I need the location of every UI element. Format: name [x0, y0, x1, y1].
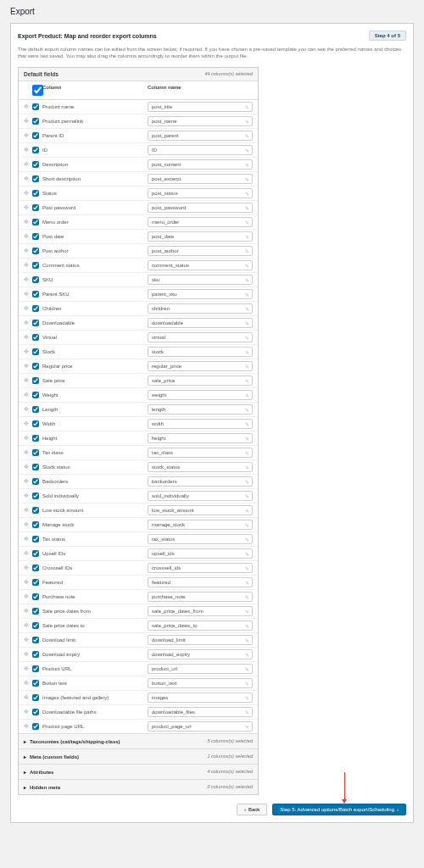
column-name-input[interactable]: [148, 303, 253, 314]
row-checkbox[interactable]: [32, 593, 39, 600]
drag-handle-icon[interactable]: ✥: [24, 392, 32, 398]
row-checkbox[interactable]: [32, 464, 39, 470]
row-checkbox[interactable]: [32, 507, 39, 514]
column-name-input[interactable]: [148, 102, 253, 112]
drag-handle-icon[interactable]: ✥: [24, 665, 32, 671]
column-name-input[interactable]: [148, 577, 253, 587]
row-checkbox[interactable]: [32, 377, 39, 384]
row-checkbox[interactable]: [32, 262, 39, 269]
drag-handle-icon[interactable]: ✥: [24, 565, 32, 570]
drag-handle-icon[interactable]: ✥: [24, 219, 32, 225]
row-checkbox[interactable]: [32, 320, 39, 326]
drag-handle-icon[interactable]: ✥: [24, 622, 32, 628]
row-checkbox[interactable]: [32, 147, 39, 153]
column-name-input[interactable]: [148, 332, 253, 342]
column-name-input[interactable]: [148, 635, 253, 645]
column-name-input[interactable]: [148, 275, 253, 285]
row-checkbox[interactable]: [32, 521, 39, 528]
row-checkbox[interactable]: [32, 233, 39, 240]
row-checkbox[interactable]: [32, 637, 39, 643]
column-name-input[interactable]: [148, 491, 253, 501]
row-checkbox[interactable]: [32, 622, 39, 629]
drag-handle-icon[interactable]: ✥: [24, 694, 32, 700]
drag-handle-icon[interactable]: ✥: [24, 204, 32, 210]
drag-handle-icon[interactable]: ✥: [24, 464, 32, 470]
row-checkbox[interactable]: [32, 406, 39, 413]
column-name-input[interactable]: [148, 404, 253, 415]
drag-handle-icon[interactable]: ✥: [24, 190, 32, 196]
column-name-input[interactable]: [148, 649, 253, 659]
row-checkbox[interactable]: [32, 118, 39, 125]
drag-handle-icon[interactable]: ✥: [24, 262, 32, 268]
row-checkbox[interactable]: [32, 248, 39, 254]
drag-handle-icon[interactable]: ✥: [24, 723, 32, 729]
column-name-input[interactable]: [148, 145, 253, 155]
column-name-input[interactable]: [148, 620, 253, 631]
drag-handle-icon[interactable]: ✥: [24, 550, 32, 556]
row-checkbox[interactable]: [32, 723, 39, 730]
column-name-input[interactable]: [148, 433, 253, 443]
row-checkbox[interactable]: [32, 492, 39, 499]
drag-handle-icon[interactable]: ✥: [24, 507, 32, 513]
drag-handle-icon[interactable]: ✥: [24, 132, 32, 138]
drag-handle-icon[interactable]: ✥: [24, 435, 32, 441]
row-checkbox[interactable]: [32, 680, 39, 687]
column-name-input[interactable]: [148, 520, 253, 530]
row-checkbox[interactable]: [32, 478, 39, 485]
drag-handle-icon[interactable]: ✥: [24, 478, 32, 484]
drag-handle-icon[interactable]: ✥: [24, 118, 32, 124]
column-name-input[interactable]: [148, 116, 253, 126]
column-name-input[interactable]: [148, 563, 253, 573]
column-name-input[interactable]: [148, 419, 253, 429]
row-checkbox[interactable]: [32, 305, 39, 312]
row-checkbox[interactable]: [32, 565, 39, 571]
collapsed-section[interactable]: ▸Attributes4 columns(s) selected: [19, 764, 258, 779]
drag-handle-icon[interactable]: ✥: [24, 536, 32, 542]
column-name-input[interactable]: [148, 448, 253, 458]
drag-handle-icon[interactable]: ✥: [24, 363, 32, 369]
drag-handle-icon[interactable]: ✥: [24, 406, 32, 412]
drag-handle-icon[interactable]: ✥: [24, 709, 32, 715]
row-checkbox[interactable]: [32, 579, 39, 586]
back-button[interactable]: ‹Back: [237, 804, 267, 815]
column-name-input[interactable]: [148, 693, 253, 703]
row-checkbox[interactable]: [32, 348, 39, 355]
drag-handle-icon[interactable]: ✥: [24, 521, 32, 527]
row-checkbox[interactable]: [32, 709, 39, 715]
drag-handle-icon[interactable]: ✥: [24, 579, 32, 585]
column-name-input[interactable]: [148, 592, 253, 602]
column-name-input[interactable]: [148, 246, 253, 256]
row-checkbox[interactable]: [32, 608, 39, 615]
drag-handle-icon[interactable]: ✥: [24, 637, 32, 643]
column-name-input[interactable]: [148, 347, 253, 357]
row-checkbox[interactable]: [32, 449, 39, 456]
drag-handle-icon[interactable]: ✥: [24, 680, 32, 686]
row-checkbox[interactable]: [32, 334, 39, 341]
drag-handle-icon[interactable]: ✥: [24, 147, 32, 153]
drag-handle-icon[interactable]: ✥: [24, 449, 32, 455]
row-checkbox[interactable]: [32, 363, 39, 370]
column-name-input[interactable]: [148, 131, 253, 141]
drag-handle-icon[interactable]: ✥: [24, 492, 32, 498]
column-name-input[interactable]: [148, 289, 253, 299]
drag-handle-icon[interactable]: ✥: [24, 348, 32, 354]
row-checkbox[interactable]: [32, 175, 39, 182]
row-checkbox[interactable]: [32, 190, 39, 197]
row-checkbox[interactable]: [32, 132, 39, 139]
column-name-input[interactable]: [148, 534, 253, 544]
column-name-input[interactable]: [148, 376, 253, 386]
drag-handle-icon[interactable]: ✥: [24, 651, 32, 657]
column-name-input[interactable]: [148, 707, 253, 717]
row-checkbox[interactable]: [32, 694, 39, 701]
row-checkbox[interactable]: [32, 651, 39, 658]
default-fields-header[interactable]: Default fields 44 columns(s) selected: [19, 68, 258, 81]
column-name-input[interactable]: [148, 203, 253, 213]
next-step-button[interactable]: Step 5: Advanced options/Batch export/Sc…: [272, 804, 406, 815]
column-name-input[interactable]: [148, 606, 253, 616]
drag-handle-icon[interactable]: ✥: [24, 593, 32, 599]
column-name-input[interactable]: [148, 260, 253, 270]
column-name-input[interactable]: [148, 390, 253, 400]
drag-handle-icon[interactable]: ✥: [24, 103, 32, 109]
column-name-input[interactable]: [148, 462, 253, 472]
drag-handle-icon[interactable]: ✥: [24, 320, 32, 326]
